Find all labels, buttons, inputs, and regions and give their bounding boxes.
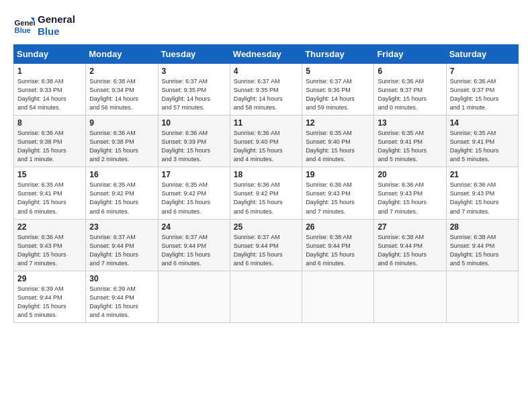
calendar-body: 1Sunrise: 6:38 AM Sunset: 9:33 PM Daylig… <box>14 64 519 323</box>
weekday-header-wednesday: Wednesday <box>230 45 302 64</box>
calendar-day-24: 24Sunrise: 6:37 AM Sunset: 9:44 PM Dayli… <box>158 219 230 271</box>
page-header: General Blue General Blue <box>13 13 519 38</box>
calendar-day-28: 28Sunrise: 6:38 AM Sunset: 9:44 PM Dayli… <box>446 219 518 271</box>
day-info: Sunrise: 6:36 AM Sunset: 9:38 PM Dayligh… <box>17 129 82 164</box>
calendar-day-7: 7Sunrise: 6:36 AM Sunset: 9:37 PM Daylig… <box>446 64 518 116</box>
logo-general: General <box>38 13 75 26</box>
day-number: 11 <box>234 118 298 128</box>
day-info: Sunrise: 6:39 AM Sunset: 9:44 PM Dayligh… <box>89 285 154 320</box>
day-info: Sunrise: 6:38 AM Sunset: 9:33 PM Dayligh… <box>17 77 82 112</box>
day-info: Sunrise: 6:35 AM Sunset: 9:41 PM Dayligh… <box>17 181 82 216</box>
calendar-week-row: 22Sunrise: 6:36 AM Sunset: 9:43 PM Dayli… <box>14 219 519 271</box>
calendar-day-15: 15Sunrise: 6:35 AM Sunset: 9:41 PM Dayli… <box>14 167 86 219</box>
calendar-day-13: 13Sunrise: 6:35 AM Sunset: 9:41 PM Dayli… <box>374 116 446 167</box>
calendar-table: SundayMondayTuesdayWednesdayThursdayFrid… <box>13 44 519 323</box>
day-number: 8 <box>17 118 82 128</box>
day-info: Sunrise: 6:38 AM Sunset: 9:44 PM Dayligh… <box>378 233 442 268</box>
day-number: 20 <box>378 170 442 179</box>
day-number: 14 <box>450 118 515 128</box>
day-info: Sunrise: 6:35 AM Sunset: 9:41 PM Dayligh… <box>450 129 515 164</box>
day-info: Sunrise: 6:39 AM Sunset: 9:44 PM Dayligh… <box>17 285 82 320</box>
day-info: Sunrise: 6:36 AM Sunset: 9:39 PM Dayligh… <box>162 129 226 164</box>
weekday-header-friday: Friday <box>374 45 446 64</box>
calendar-day-10: 10Sunrise: 6:36 AM Sunset: 9:39 PM Dayli… <box>158 116 230 167</box>
day-info: Sunrise: 6:35 AM Sunset: 9:40 PM Dayligh… <box>306 129 370 164</box>
day-number: 5 <box>306 66 370 76</box>
calendar-week-row: 1Sunrise: 6:38 AM Sunset: 9:33 PM Daylig… <box>14 64 519 116</box>
day-number: 1 <box>17 66 82 76</box>
day-info: Sunrise: 6:38 AM Sunset: 9:44 PM Dayligh… <box>306 233 370 268</box>
logo: General Blue General Blue <box>13 13 75 38</box>
day-info: Sunrise: 6:35 AM Sunset: 9:41 PM Dayligh… <box>378 129 442 164</box>
calendar-day-18: 18Sunrise: 6:36 AM Sunset: 9:42 PM Dayli… <box>230 167 302 219</box>
calendar-day-empty <box>374 271 446 322</box>
day-info: Sunrise: 6:36 AM Sunset: 9:43 PM Dayligh… <box>378 181 442 216</box>
day-info: Sunrise: 6:35 AM Sunset: 9:42 PM Dayligh… <box>162 181 226 216</box>
day-number: 17 <box>162 170 226 179</box>
day-info: Sunrise: 6:37 AM Sunset: 9:35 PM Dayligh… <box>234 77 298 112</box>
svg-text:Blue: Blue <box>15 26 31 34</box>
day-number: 13 <box>378 118 442 128</box>
day-number: 30 <box>89 274 154 283</box>
day-info: Sunrise: 6:37 AM Sunset: 9:44 PM Dayligh… <box>162 233 226 268</box>
day-number: 26 <box>306 222 370 232</box>
calendar-day-29: 29Sunrise: 6:39 AM Sunset: 9:44 PM Dayli… <box>14 271 86 322</box>
calendar-day-17: 17Sunrise: 6:35 AM Sunset: 9:42 PM Dayli… <box>158 167 230 219</box>
calendar-day-4: 4Sunrise: 6:37 AM Sunset: 9:35 PM Daylig… <box>230 64 302 116</box>
weekday-header-thursday: Thursday <box>302 45 374 64</box>
calendar-day-3: 3Sunrise: 6:37 AM Sunset: 9:35 PM Daylig… <box>158 64 230 116</box>
day-info: Sunrise: 6:36 AM Sunset: 9:40 PM Dayligh… <box>234 129 298 164</box>
calendar-day-26: 26Sunrise: 6:38 AM Sunset: 9:44 PM Dayli… <box>302 219 374 271</box>
day-number: 23 <box>89 222 154 232</box>
calendar-day-6: 6Sunrise: 6:36 AM Sunset: 9:37 PM Daylig… <box>374 64 446 116</box>
day-number: 10 <box>162 118 226 128</box>
calendar-day-27: 27Sunrise: 6:38 AM Sunset: 9:44 PM Dayli… <box>374 219 446 271</box>
day-number: 12 <box>306 118 370 128</box>
day-number: 2 <box>89 66 154 76</box>
calendar-day-30: 30Sunrise: 6:39 AM Sunset: 9:44 PM Dayli… <box>86 271 158 322</box>
day-number: 25 <box>234 222 298 232</box>
weekday-header-monday: Monday <box>86 45 158 64</box>
day-number: 6 <box>378 66 442 76</box>
calendar-day-20: 20Sunrise: 6:36 AM Sunset: 9:43 PM Dayli… <box>374 167 446 219</box>
day-number: 4 <box>234 66 298 76</box>
weekday-header-sunday: Sunday <box>14 45 86 64</box>
calendar-day-9: 9Sunrise: 6:36 AM Sunset: 9:38 PM Daylig… <box>86 116 158 167</box>
day-number: 7 <box>450 66 515 76</box>
day-number: 27 <box>378 222 442 232</box>
calendar-day-21: 21Sunrise: 6:36 AM Sunset: 9:43 PM Dayli… <box>446 167 518 219</box>
day-number: 15 <box>17 170 82 179</box>
calendar-day-25: 25Sunrise: 6:37 AM Sunset: 9:44 PM Dayli… <box>230 219 302 271</box>
day-info: Sunrise: 6:38 AM Sunset: 9:44 PM Dayligh… <box>450 233 515 268</box>
day-number: 18 <box>234 170 298 179</box>
day-info: Sunrise: 6:37 AM Sunset: 9:36 PM Dayligh… <box>306 77 370 112</box>
day-number: 29 <box>17 274 82 283</box>
svg-text:General: General <box>15 19 35 27</box>
day-info: Sunrise: 6:36 AM Sunset: 9:42 PM Dayligh… <box>234 181 298 216</box>
calendar-day-empty <box>302 271 374 322</box>
calendar-day-16: 16Sunrise: 6:35 AM Sunset: 9:42 PM Dayli… <box>86 167 158 219</box>
day-number: 3 <box>162 66 226 76</box>
calendar-day-empty <box>230 271 302 322</box>
calendar-day-2: 2Sunrise: 6:38 AM Sunset: 9:34 PM Daylig… <box>86 64 158 116</box>
day-number: 24 <box>162 222 226 232</box>
calendar-day-11: 11Sunrise: 6:36 AM Sunset: 9:40 PM Dayli… <box>230 116 302 167</box>
calendar-day-empty <box>158 271 230 322</box>
day-info: Sunrise: 6:35 AM Sunset: 9:42 PM Dayligh… <box>89 181 154 216</box>
day-info: Sunrise: 6:37 AM Sunset: 9:44 PM Dayligh… <box>89 233 154 268</box>
day-number: 9 <box>89 118 154 128</box>
day-number: 16 <box>89 170 154 179</box>
calendar-day-14: 14Sunrise: 6:35 AM Sunset: 9:41 PM Dayli… <box>446 116 518 167</box>
day-info: Sunrise: 6:37 AM Sunset: 9:35 PM Dayligh… <box>162 77 226 112</box>
calendar-week-row: 8Sunrise: 6:36 AM Sunset: 9:38 PM Daylig… <box>14 116 519 167</box>
calendar-day-12: 12Sunrise: 6:35 AM Sunset: 9:40 PM Dayli… <box>302 116 374 167</box>
weekday-header-saturday: Saturday <box>446 45 518 64</box>
day-info: Sunrise: 6:38 AM Sunset: 9:34 PM Dayligh… <box>89 77 154 112</box>
calendar-day-8: 8Sunrise: 6:36 AM Sunset: 9:38 PM Daylig… <box>14 116 86 167</box>
logo-blue: Blue <box>38 26 75 38</box>
day-number: 19 <box>306 170 370 179</box>
calendar-day-19: 19Sunrise: 6:36 AM Sunset: 9:43 PM Dayli… <box>302 167 374 219</box>
calendar-week-row: 15Sunrise: 6:35 AM Sunset: 9:41 PM Dayli… <box>14 167 519 219</box>
day-info: Sunrise: 6:37 AM Sunset: 9:44 PM Dayligh… <box>234 233 298 268</box>
day-info: Sunrise: 6:36 AM Sunset: 9:43 PM Dayligh… <box>306 181 370 216</box>
